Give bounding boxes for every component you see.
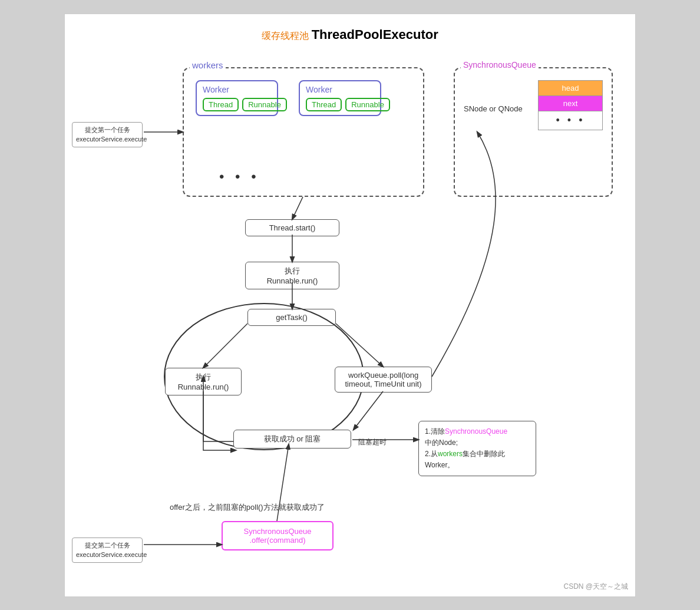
sync-queue-outer-label: SynchronousQueue [461,60,539,70]
page-title: 缓存线程池 ThreadPoolExecutor [65,27,635,42]
runnable-pill-1: Runnable [242,98,287,111]
work-queue-poll-box: workQueue.poll(long timeout, TimeUnit un… [335,367,432,393]
offer-note: offer之后，之前阻塞的poll()方法就获取成功了 [170,502,325,513]
sync-offer-box: SynchronousQueue .offer(command) [222,521,334,550]
block-timeout-label: 阻塞超时 [358,437,387,447]
cleanup-text: 1.清除SynchronousQueue 中的Node; 2.从workers集… [425,427,507,470]
acquire-or-block-box: 获取成功 or 阻塞 [233,430,351,449]
next-cell: next [539,96,602,111]
workers-dots: • • • [219,169,260,185]
left-label-1-line2: executorService.execute [76,134,138,144]
snode-label: SNode or QNode [464,104,523,114]
acquire-or-block-text: 获取成功 or 阻塞 [264,434,321,443]
left-label-2: 提交第二个任务 executorService.execute [72,538,143,563]
left-label-1: 提交第一个任务 executorService.execute [72,122,143,147]
thread-start-text: Thread.start() [269,223,316,232]
title-en: ThreadPoolExecutor [312,27,438,42]
worker2-label: Worker [306,85,374,94]
sync-offer-text: SynchronousQueue .offer(command) [244,527,312,545]
title-cn: 缓存线程池 [262,31,309,41]
worker1-pills: Thread Runnable [203,98,271,111]
workers-label: workers [190,60,226,70]
execute-runnable-text-1: 执行 Runnable.run() [267,266,318,285]
queue-inner: head next • • • [538,80,603,130]
left-label-2-line2: executorService.execute [76,550,138,560]
head-cell: head [539,81,602,96]
worker1-label: Worker [203,85,271,94]
workers-box: workers Worker Thread Runnable Worker Th… [183,67,424,197]
runnable-pill-2: Runnable [345,98,390,111]
watermark: CSDN @天空～之城 [563,582,628,592]
execute-runnable-box-2: 执行 Runnable.run() [165,368,242,395]
worker2-pills: Thread Runnable [306,98,374,111]
main-canvas: 缓存线程池 ThreadPoolExecutor workers Worker … [64,14,636,597]
left-label-1-line1: 提交第一个任务 [76,125,138,135]
thread-pill-1: Thread [203,98,239,111]
thread-start-box: Thread.start() [245,219,339,236]
queue-dots: • • • [539,111,602,130]
svg-line-1 [292,197,303,219]
execute-runnable-text-2: 执行 Runnable.run() [178,372,229,391]
worker-box-2: Worker Thread Runnable [299,80,381,116]
sync-queue-outer: SynchronousQueue SNode or QNode head nex… [454,67,613,197]
work-queue-poll-text: workQueue.poll(long timeout, TimeUnit un… [345,371,421,388]
execute-runnable-box-1: 执行 Runnable.run() [245,262,339,289]
worker-box-1: Worker Thread Runnable [196,80,278,116]
left-label-2-line1: 提交第二个任务 [76,540,138,550]
thread-pill-2: Thread [306,98,342,111]
cleanup-box: 1.清除SynchronousQueue 中的Node; 2.从workers集… [418,421,536,477]
